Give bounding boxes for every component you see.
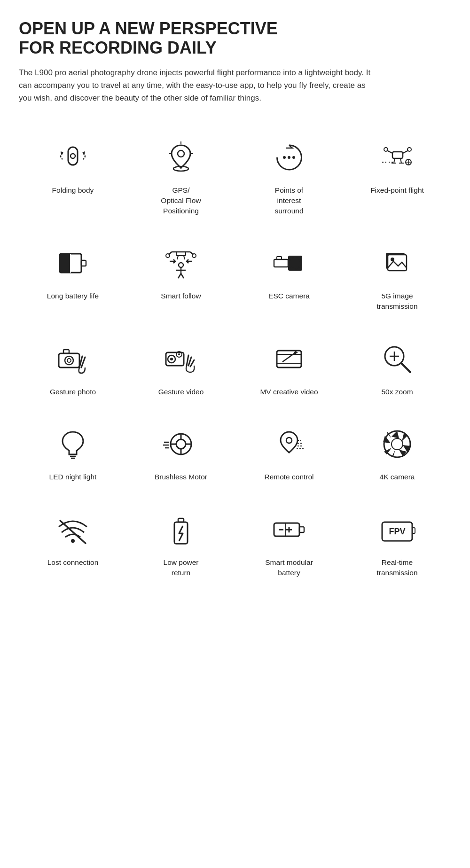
feature-lost-conn: Lost connection	[19, 495, 127, 591]
svg-rect-99	[178, 518, 184, 522]
low-power-label: Low power return	[164, 557, 199, 578]
features-grid: Folding body GPS/ Optical Flow Positioni…	[19, 123, 451, 591]
svg-line-43	[181, 274, 184, 278]
folding-body-icon	[52, 136, 94, 179]
svg-point-39	[179, 263, 183, 267]
svg-rect-49	[388, 255, 407, 271]
feature-smart-battery: Smart modular battery	[235, 495, 343, 591]
brushless-label: Brushless Motor	[155, 472, 207, 482]
smart-follow-icon	[160, 242, 202, 284]
feature-battery: Long battery life	[19, 229, 127, 324]
header-description: The L900 pro aerial photography drone in…	[19, 66, 376, 105]
svg-line-36	[184, 256, 185, 259]
svg-point-2	[178, 150, 184, 157]
svg-line-19	[400, 158, 401, 163]
gesture-video-icon	[160, 338, 202, 380]
svg-point-33	[192, 254, 196, 258]
svg-rect-52	[63, 350, 69, 353]
smart-battery-icon	[268, 508, 310, 551]
feature-esc: ESC camera	[235, 229, 343, 324]
feature-gesture-video: Gesture video	[127, 325, 235, 410]
feature-poi: Points of interest surround	[235, 123, 343, 229]
lost-conn-icon	[52, 508, 94, 551]
svg-point-81	[176, 439, 186, 449]
lost-conn-label: Lost connection	[47, 557, 99, 568]
svg-point-1	[70, 154, 75, 158]
smart-battery-label: Smart modular battery	[265, 557, 313, 578]
remote-label: Remote control	[264, 472, 313, 482]
realtime-icon: FPV	[376, 508, 418, 551]
svg-rect-46	[274, 259, 288, 267]
feature-realtime: FPV Real-time transmission	[343, 495, 451, 591]
gesture-photo-icon	[52, 338, 94, 380]
svg-rect-0	[68, 147, 78, 165]
feature-remote: Remote control	[235, 410, 343, 495]
gesture-video-label: Gesture video	[158, 387, 204, 397]
svg-point-31	[166, 254, 170, 258]
gps-label: GPS/ Optical Flow Positioning	[161, 185, 201, 216]
smart-follow-label: Smart follow	[161, 291, 201, 301]
4k-label: 4K camera	[380, 472, 415, 482]
feature-gps: GPS/ Optical Flow Positioning	[127, 123, 235, 229]
svg-line-18	[394, 158, 395, 163]
mv-label: MV creative video	[260, 387, 318, 397]
svg-rect-47	[277, 257, 282, 259]
feature-gesture-photo: Gesture photo	[19, 325, 127, 410]
svg-point-89	[286, 438, 292, 443]
svg-line-64	[190, 360, 194, 367]
poi-label: Points of interest surround	[274, 185, 303, 216]
svg-line-42	[178, 274, 181, 278]
svg-point-8	[283, 156, 286, 159]
svg-rect-27	[60, 254, 70, 273]
feature-4k: 4K camera	[343, 410, 451, 495]
feature-low-power: Low power return	[127, 495, 235, 591]
esc-label: ESC camera	[268, 291, 310, 301]
svg-rect-108	[412, 528, 415, 533]
feature-5g: 5G image transmission	[343, 229, 451, 324]
zoom-icon	[376, 338, 418, 380]
svg-point-15	[407, 148, 411, 151]
fixed-point-icon	[376, 136, 418, 179]
feature-zoom: 50x zoom	[343, 325, 451, 410]
svg-point-10	[292, 156, 295, 159]
brushless-icon	[160, 423, 202, 465]
feature-mv: MV creative video	[235, 325, 343, 410]
svg-point-53	[65, 356, 73, 365]
svg-rect-51	[59, 353, 79, 368]
gesture-photo-label: Gesture photo	[50, 387, 96, 397]
led-label: LED night light	[49, 472, 97, 482]
feature-fixed-point: Fixed-point flight	[343, 123, 451, 229]
mv-icon	[268, 338, 310, 380]
svg-point-59	[170, 358, 173, 360]
svg-point-96	[71, 539, 75, 543]
poi-icon	[268, 136, 310, 179]
svg-point-9	[288, 156, 290, 159]
5g-icon	[376, 242, 418, 284]
realtime-label: Real-time transmission	[377, 557, 418, 578]
low-power-icon	[160, 508, 202, 551]
feature-led: LED night light	[19, 410, 127, 495]
page-title: OPEN UP A NEW PERSPECTIVEFOR RECORDING D…	[19, 19, 451, 58]
feature-folding-body: Folding body	[19, 123, 127, 229]
svg-text:FPV: FPV	[389, 527, 405, 536]
folding-body-label: Folding body	[52, 185, 94, 195]
svg-line-74	[401, 363, 410, 372]
gps-icon	[160, 136, 202, 179]
led-icon	[52, 423, 94, 465]
svg-point-61	[178, 353, 180, 355]
svg-line-62	[187, 355, 188, 366]
svg-point-50	[391, 258, 394, 261]
feature-smart-follow: Smart follow	[127, 229, 235, 324]
svg-point-13	[384, 148, 388, 151]
svg-line-35	[177, 256, 178, 259]
feature-brushless: Brushless Motor	[127, 410, 235, 495]
battery-label: Long battery life	[47, 291, 99, 301]
battery-icon	[52, 242, 94, 284]
4k-icon	[376, 423, 418, 465]
zoom-label: 50x zoom	[381, 387, 413, 397]
fixed-point-label: Fixed-point flight	[370, 185, 424, 195]
svg-rect-11	[392, 152, 403, 158]
remote-icon	[268, 423, 310, 465]
svg-rect-65	[277, 351, 301, 368]
svg-point-54	[67, 359, 71, 362]
